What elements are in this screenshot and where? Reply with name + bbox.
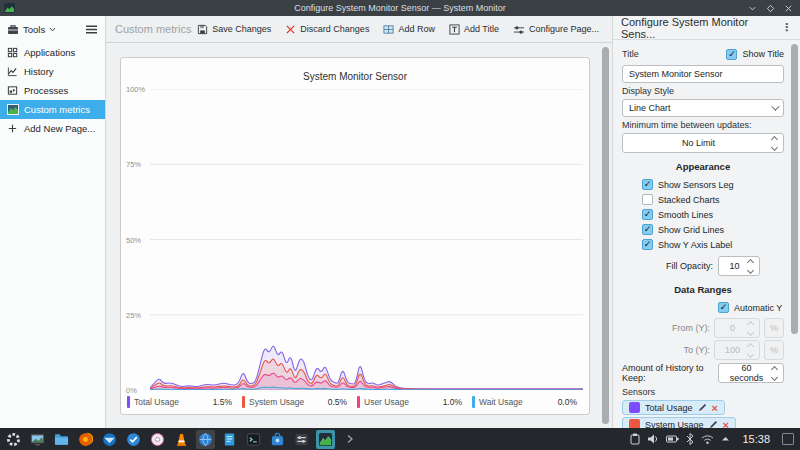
sidebar-item-history[interactable]: History (0, 62, 105, 81)
configure-page-button[interactable]: Configure Page... (513, 24, 599, 35)
tools-menu-button[interactable]: Tools (7, 24, 56, 35)
legend-value: 1.5% (213, 397, 232, 407)
remove-sensor-icon[interactable]: × (712, 403, 718, 413)
overflow-menu-icon[interactable]: ⋮ (781, 21, 792, 34)
history-label: Amount of History to Keep: (622, 363, 714, 383)
minimize-icon[interactable] (748, 4, 757, 13)
edit-pencil-icon[interactable] (698, 403, 707, 412)
clipboard-icon[interactable] (630, 433, 640, 445)
page-title[interactable]: Custom metrics (115, 23, 191, 35)
sensor-chip: Total Usage× (622, 400, 725, 415)
web-globe-icon[interactable] (196, 430, 215, 449)
tray-icons (630, 433, 730, 445)
sidebar-item-processes[interactable]: Processes (0, 81, 105, 100)
chart-plot (150, 89, 583, 390)
sensors-label: Sensors (622, 387, 784, 397)
volume-icon[interactable] (647, 433, 659, 445)
system-monitor-icon[interactable] (316, 430, 335, 449)
title-input[interactable] (622, 65, 784, 83)
legend-item: Wait Usage0.0% (470, 396, 585, 408)
checkbox-label: Show Sensors Leg (658, 180, 734, 190)
legend-item: Total Usage1.5% (125, 396, 240, 408)
sidebar-item-label: Applications (24, 47, 75, 58)
main-scrollbar[interactable] (602, 47, 609, 424)
sensor-label: Total Usage (645, 403, 693, 413)
from-y-value: 0 (721, 323, 744, 333)
close-icon[interactable] (784, 4, 793, 13)
thunderbird-icon[interactable] (100, 430, 119, 449)
panel-expander-icon[interactable] (340, 430, 359, 449)
fill-opacity-spinbox[interactable]: 10 (718, 256, 760, 276)
legend-color-bar (242, 396, 245, 408)
history-spinbox[interactable]: 60 seconds (718, 363, 784, 383)
caret-up-icon[interactable] (721, 436, 730, 442)
stacked-charts-checkbox[interactable]: ✓Stacked Charts (642, 192, 784, 207)
legend-value: 0.0% (558, 397, 577, 407)
maximize-icon[interactable] (766, 4, 775, 13)
checkbox-icon: ✓ (642, 179, 653, 190)
bluetooth-icon[interactable] (686, 433, 694, 445)
screen-tool-icon[interactable] (28, 430, 47, 449)
checkbox-label: Smooth Lines (658, 210, 713, 220)
fill-opacity-value: 10 (725, 261, 744, 271)
sidebar-item-custom-metrics[interactable]: Custom metrics (0, 100, 105, 119)
discard-icon (285, 24, 296, 35)
spinner-arrows-icon[interactable] (768, 137, 777, 150)
settings-icon[interactable] (292, 430, 311, 449)
tasks-icon[interactable] (124, 430, 143, 449)
legend-name: Total Usage (134, 397, 179, 407)
sidebar-item-applications[interactable]: Applications (0, 43, 105, 62)
media-player-icon[interactable] (148, 430, 167, 449)
legend-color-bar (472, 396, 475, 408)
show-sensors-leg-checkbox[interactable]: ✓Show Sensors Leg (642, 177, 784, 192)
appearance-checkboxes: ✓Show Sensors Leg✓Stacked Charts✓Smooth … (642, 177, 784, 252)
add-title-button[interactable]: Add Title (449, 24, 499, 35)
sidebar-item-label: Add New Page... (24, 123, 95, 134)
toolbox-icon (7, 24, 19, 35)
y-axis-tick: 0% (126, 386, 137, 395)
taskbar: 15:38 (0, 428, 800, 450)
vlc-icon[interactable] (172, 430, 191, 449)
system-monitor-app-icon (4, 3, 15, 13)
y-axis-tick: 25% (126, 310, 141, 319)
toolbar-buttons: Save ChangesDiscard ChangesAdd RowAdd Ti… (197, 24, 603, 35)
data-ranges-header: Data Ranges (622, 284, 784, 295)
applications-icon (6, 47, 19, 58)
firefox-icon[interactable] (76, 430, 95, 449)
save-changes-button[interactable]: Save Changes (197, 24, 271, 35)
panel-scrollbar[interactable] (791, 44, 798, 334)
remove-sensor-icon[interactable]: × (723, 420, 729, 429)
show-title-label: Show Title (742, 49, 784, 59)
display-style-select[interactable]: Line Chart (622, 99, 784, 117)
show-grid-lines-checkbox[interactable]: ✓Show Grid Lines (642, 222, 784, 237)
kde-launcher-icon[interactable] (4, 430, 23, 449)
spinner-arrows-icon[interactable] (768, 367, 777, 380)
edit-pencil-icon[interactable] (709, 420, 718, 428)
sidebar-item-add-new-page[interactable]: Add New Page... (0, 119, 105, 138)
notes-icon[interactable] (220, 430, 239, 449)
show-title-checkbox[interactable]: ✓ Show Title (726, 47, 784, 62)
checkbox-label: Show Y Axis Label (658, 240, 732, 250)
hamburger-menu-icon[interactable] (85, 24, 98, 35)
toolbar-button-label: Discard Changes (300, 24, 369, 34)
terminal-icon[interactable] (244, 430, 263, 449)
chart-legend: Total Usage1.5%System Usage0.5%User Usag… (121, 390, 589, 414)
show-desktop-button[interactable] (782, 433, 794, 445)
spinner-arrows-icon[interactable] (744, 260, 753, 273)
min-time-spinbox[interactable]: No Limit (622, 133, 784, 153)
software-center-icon[interactable] (268, 430, 287, 449)
discard-changes-button[interactable]: Discard Changes (285, 24, 369, 35)
clock[interactable]: 15:38 (742, 433, 770, 445)
battery-icon[interactable] (666, 433, 679, 445)
show-y-axis-label-checkbox[interactable]: ✓Show Y Axis Label (642, 237, 784, 252)
legend-item: User Usage1.0% (355, 396, 470, 408)
checkbox-label: Stacked Charts (658, 195, 720, 205)
automatic-y-checkbox[interactable]: ✓ Automatic Y Data (718, 300, 784, 315)
toolbar-button-label: Save Changes (212, 24, 271, 34)
add-row-button[interactable]: Add Row (383, 24, 435, 35)
history-value: 60 seconds (725, 363, 768, 383)
file-manager-icon[interactable] (52, 430, 71, 449)
wifi-icon[interactable] (701, 434, 714, 445)
y-axis-tick: 50% (126, 235, 141, 244)
smooth-lines-checkbox[interactable]: ✓Smooth Lines (642, 207, 784, 222)
